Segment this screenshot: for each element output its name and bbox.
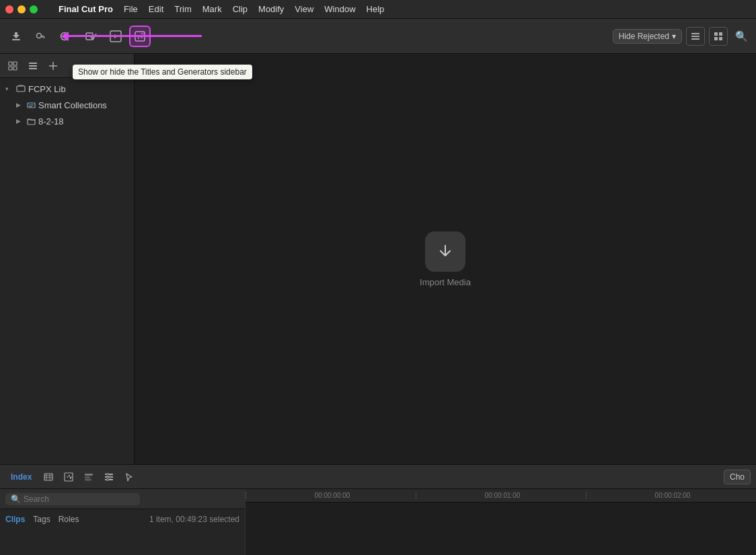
menu-final-cut-pro[interactable]: Final Cut Pro [54,3,118,15]
search-input[interactable] [24,494,118,504]
date-item[interactable]: ▶ 8-2-18 [11,113,134,129]
library-icon [16,84,26,94]
roles-tab[interactable]: Roles [59,515,79,524]
smart-collections-item[interactable]: ▶ Smart Collections [11,97,134,113]
svg-rect-24 [17,86,25,91]
search-button[interactable]: 🔍 [732,27,751,46]
svg-rect-4 [44,36,45,38]
close-button[interactable] [5,5,13,13]
ruler-mark-1: 00:00:01:00 [416,492,586,499]
import-media-label: Import Media [420,277,471,287]
smart-collections-icon [27,101,36,110]
svg-rect-19 [9,67,12,70]
maximize-button[interactable] [30,5,38,13]
clips-tags-roles-row: Clips Tags Roles 1 item, 00:49:23 select… [0,509,245,529]
main-content: ▾ FCPX Lib ▶ Smart Collections ▶ [0,54,756,464]
hide-rejected-button[interactable]: Hide Rejected ▾ [613,29,682,44]
menu-bar: Final Cut Pro File Edit Trim Mark Clip M… [43,3,389,15]
timeline-index-panel: 🔍 Clips Tags Roles 1 item, 00:49:23 sele… [0,489,245,555]
index-tab[interactable]: Index [5,470,37,484]
hide-rejected-chevron-icon: ▾ [672,32,676,41]
svg-rect-17 [9,62,12,65]
timeline-settings-btn[interactable] [100,468,118,486]
traffic-lights [5,5,38,13]
svg-point-36 [107,478,109,480]
menu-view[interactable]: View [290,3,318,15]
library-label: FCPX Lib [28,84,66,94]
svg-rect-12 [691,38,700,40]
timeline-body: 🔍 Clips Tags Roles 1 item, 00:49:23 sele… [0,489,756,555]
svg-rect-11 [691,36,700,37]
titlebar: Final Cut Pro File Edit Trim Mark Clip M… [0,0,756,19]
download-button[interactable] [5,26,27,47]
svg-rect-30 [85,479,91,481]
sidebar-tree: ▾ FCPX Lib ▶ Smart Collections ▶ [0,78,134,464]
svg-rect-13 [714,32,718,36]
timeline-roles-btn[interactable] [80,468,98,486]
menu-trim[interactable]: Trim [169,3,196,15]
hide-rejected-label: Hide Rejected [619,32,669,41]
svg-rect-28 [85,474,93,476]
timeline-audio-btn[interactable] [60,468,77,486]
timeline-search-bar: 🔍 [0,489,245,509]
svg-rect-21 [29,63,37,64]
menu-modify[interactable]: Modify [254,3,289,15]
svg-point-34 [107,473,109,475]
menu-clip[interactable]: Clip [228,3,252,15]
svg-rect-26 [44,474,52,480]
menu-file[interactable]: File [119,3,143,15]
tooltip: Show or hide the Titles and Generators s… [73,65,252,79]
svg-rect-2 [41,36,44,37]
toolbar: T Hide Rejected ▾ 🔍 [0,19,756,54]
library-item[interactable]: ▾ FCPX Lib [0,81,134,97]
minimize-button[interactable] [17,5,26,13]
sidebar-btn-2[interactable] [24,57,42,75]
browser-area: Import Media [135,54,756,464]
svg-rect-16 [719,37,722,40]
timeline-clips-view-btn[interactable] [40,468,57,486]
svg-rect-0 [12,39,20,40]
svg-rect-3 [42,36,44,38]
choose-button[interactable]: Cho [724,470,751,484]
svg-rect-23 [29,68,37,69]
timeline-section: Index [0,464,756,555]
date-item-label: 8-2-18 [38,116,64,126]
sidebar: ▾ FCPX Lib ▶ Smart Collections ▶ [0,54,135,464]
ruler-mark-2: 00:00:02:00 [586,492,756,499]
menu-edit[interactable]: Edit [144,3,168,15]
search-icon: 🔍 [11,494,21,504]
smart-collections-label: Smart Collections [38,100,107,110]
svg-rect-15 [714,37,718,40]
selected-info: 1 item, 00:49:23 selected [149,515,239,524]
sidebar-btn-3[interactable] [44,57,62,75]
svg-rect-18 [13,62,17,65]
view-grid-button[interactable] [709,27,728,46]
smart-collections-chevron-icon: ▶ [16,102,24,108]
date-item-chevron-icon: ▶ [16,118,24,124]
apple-menu[interactable] [43,8,52,11]
view-list-button[interactable] [686,27,705,46]
toolbar-right: Hide Rejected ▾ 🔍 [613,27,751,46]
library-chevron-icon: ▾ [5,85,13,92]
key-button[interactable] [30,26,51,47]
svg-rect-29 [85,476,90,478]
menu-mark[interactable]: Mark [198,3,227,15]
search-field: 🔍 [5,493,140,505]
svg-point-1 [37,33,42,38]
menu-help[interactable]: Help [362,3,389,15]
svg-rect-14 [719,32,722,36]
svg-rect-10 [691,33,700,34]
toolbar-arrow [61,32,202,41]
tags-tab[interactable]: Tags [33,515,50,524]
clips-tab[interactable]: Clips [5,515,25,524]
import-media-icon[interactable] [425,231,465,272]
sidebar-btn-1[interactable] [4,57,22,75]
timeline-right: Cho [724,470,751,484]
svg-rect-22 [29,65,37,67]
ruler-mark-0: 00:00:00:00 [245,492,416,499]
cursor-btn[interactable] [120,468,138,486]
svg-point-35 [110,476,112,478]
timeline-tracks: 00:00:00:00 00:00:01:00 00:00:02:00 [245,489,756,555]
menu-window[interactable]: Window [319,3,360,15]
timeline-ruler: 00:00:00:00 00:00:01:00 00:00:02:00 [245,489,756,503]
